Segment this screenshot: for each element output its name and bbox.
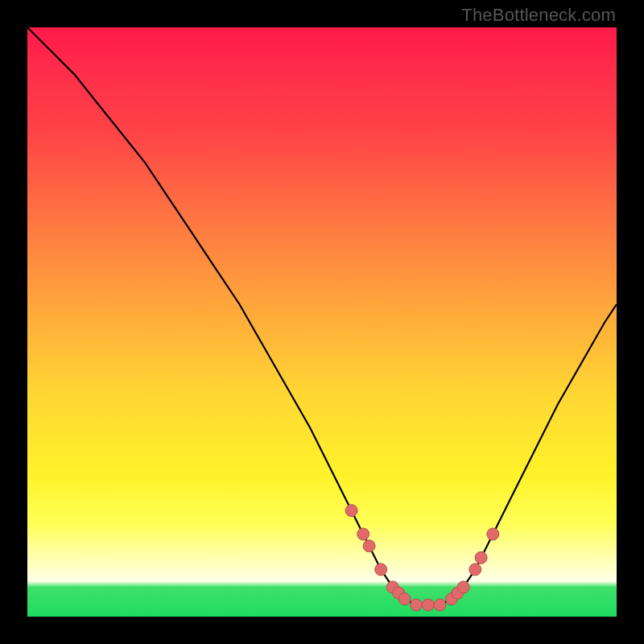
watermark-text: TheBottleneck.com	[461, 5, 616, 26]
data-point	[357, 528, 369, 540]
data-point	[434, 599, 446, 611]
data-point	[398, 593, 411, 605]
curve-path	[27, 27, 617, 605]
data-point	[457, 581, 469, 593]
data-point	[475, 551, 487, 564]
data-point	[363, 540, 375, 552]
data-point	[487, 528, 499, 540]
data-point	[345, 505, 357, 517]
data-point	[422, 599, 434, 611]
chart-svg	[27, 27, 617, 617]
data-point	[469, 564, 481, 576]
data-point	[375, 564, 387, 576]
data-point	[411, 599, 423, 611]
data-points	[345, 505, 499, 611]
bottleneck-curve	[27, 27, 617, 605]
chart-container: TheBottleneck.com	[0, 0, 644, 644]
